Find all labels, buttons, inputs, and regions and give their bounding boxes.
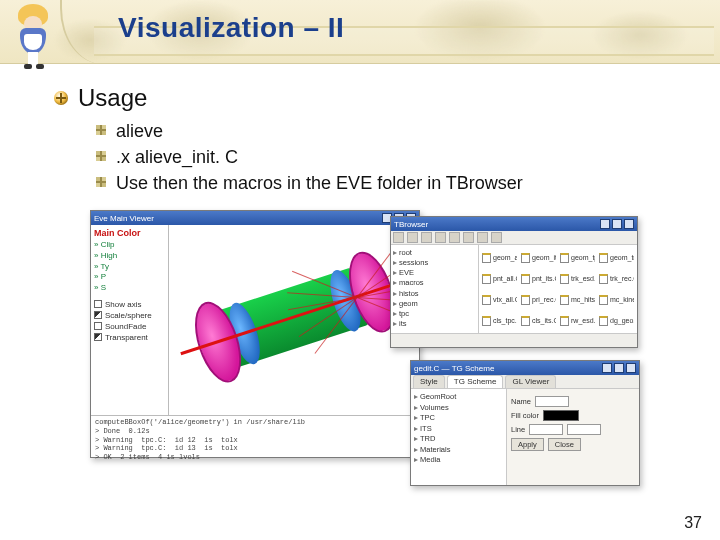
file-item[interactable]: geom_its.C	[521, 248, 556, 267]
screenshot-collage: Eve Main Viewer Main Color » Clip » High…	[90, 210, 650, 490]
field-label: Fill color	[511, 411, 539, 420]
tree-node[interactable]: TRD	[414, 434, 503, 445]
color-swatch[interactable]	[543, 410, 579, 421]
viewer-3d-canvas[interactable]	[169, 225, 419, 415]
panel-row[interactable]: » S	[94, 283, 165, 294]
window-title: Eve Main Viewer	[94, 214, 154, 223]
field-label: Line	[511, 425, 525, 434]
usage-item-text: alieve	[116, 118, 163, 144]
prop-line: Line	[511, 424, 635, 435]
window-style-editor: gedit.C — TG Scheme Style TG Scheme GL V…	[410, 360, 640, 486]
panel-row[interactable]: » Clip	[94, 240, 165, 251]
number-input[interactable]	[567, 424, 601, 435]
usage-heading: Usage	[78, 84, 147, 112]
tree-folder[interactable]: sessions	[393, 258, 476, 268]
checkbox-row[interactable]: Show axis	[94, 300, 165, 309]
editor-tree[interactable]: GeomRoot Volumes TPC ITS TRD Materials M…	[411, 389, 507, 485]
usage-item: .x alieve_init. C	[96, 144, 696, 170]
text-input[interactable]	[535, 396, 569, 407]
usage-item-text: Use then the macros in the EVE folder in…	[116, 170, 523, 196]
checkbox-row[interactable]: Scale/sphere	[94, 311, 165, 320]
browser-toolbar[interactable]	[391, 231, 637, 245]
number-input[interactable]	[529, 424, 563, 435]
slide-title: Visualization – II	[118, 12, 344, 44]
editor-tabs: Style TG Scheme GL Viewer	[411, 375, 639, 389]
page-number: 37	[684, 514, 702, 532]
editor-properties: Name Fill color Line Apply Close	[507, 389, 639, 485]
apply-button[interactable]: Apply	[511, 438, 544, 451]
tree-node[interactable]: Volumes	[414, 403, 503, 414]
window-controls[interactable]	[602, 363, 636, 373]
tree-folder[interactable]: EVE	[393, 268, 476, 278]
file-item[interactable]: trk_rec.C	[599, 269, 634, 288]
file-item[interactable]: pnt_its.C	[521, 269, 556, 288]
checkbox-row[interactable]: SoundFade	[94, 322, 165, 331]
prop-fillcolor: Fill color	[511, 410, 635, 421]
tree-node[interactable]: Materials	[414, 445, 503, 456]
checkbox-label: Transparent	[105, 333, 148, 342]
file-item[interactable]: pnt_all.C	[482, 269, 517, 288]
tree-node[interactable]: GeomRoot	[414, 392, 503, 403]
file-item[interactable]: pri_rec.C	[521, 290, 556, 309]
file-item[interactable]: dg_geo.C	[599, 311, 634, 330]
file-item[interactable]: cls_its.C	[521, 311, 556, 330]
detector-geometry-icon	[179, 235, 413, 405]
tree-folder[interactable]: geom	[393, 299, 476, 309]
window-eve-viewer: Eve Main Viewer Main Color » Clip » High…	[90, 210, 420, 458]
alice-mascot-icon	[10, 4, 62, 70]
titlebar: gedit.C — TG Scheme	[411, 361, 639, 375]
tab[interactable]: TG Scheme	[447, 375, 504, 388]
checkbox-row[interactable]: Transparent	[94, 333, 165, 342]
window-title: gedit.C — TG Scheme	[414, 364, 494, 373]
grid-bullet-icon	[96, 125, 106, 135]
checkbox-label: Scale/sphere	[105, 311, 152, 320]
titlebar: Eve Main Viewer	[91, 211, 419, 225]
viewer-console: computeBBoxOf('/alice/geometry') in /usr…	[91, 415, 419, 457]
file-item[interactable]: cls_tpc.C	[482, 311, 517, 330]
file-item[interactable]: rw_esd.C	[560, 311, 595, 330]
tree-folder[interactable]: macros	[393, 278, 476, 288]
titlebar: TBrowser	[391, 217, 637, 231]
file-item[interactable]: mc_hits.C	[560, 290, 595, 309]
close-button[interactable]: Close	[548, 438, 581, 451]
file-item[interactable]: geom_tpc.C	[560, 248, 595, 267]
panel-row[interactable]: » P	[94, 272, 165, 283]
window-title: TBrowser	[394, 220, 428, 229]
window-tbrowser: TBrowser root sessions EVE macros histos…	[390, 216, 638, 348]
usage-item-text: .x alieve_init. C	[116, 144, 238, 170]
file-item[interactable]: trk_esd.C	[560, 269, 595, 288]
file-item[interactable]: geom_all.C	[482, 248, 517, 267]
bullet-usage: Usage	[54, 84, 696, 112]
tree-node[interactable]: ITS	[414, 424, 503, 435]
panel-row[interactable]: » High	[94, 251, 165, 262]
browser-file-grid: geom_all.C geom_its.C geom_tpc.C geom_tr…	[479, 245, 637, 333]
field-label: Name	[511, 397, 531, 406]
slide-header: Visualization – II	[0, 0, 720, 64]
compass-bullet-icon	[54, 91, 68, 105]
tree-folder[interactable]: its	[393, 319, 476, 329]
tree-folder[interactable]: tpc	[393, 309, 476, 319]
grid-bullet-icon	[96, 177, 106, 187]
tab[interactable]: GL Viewer	[505, 375, 556, 388]
file-item[interactable]: mc_kine.C	[599, 290, 634, 309]
file-item[interactable]: vtx_all.C	[482, 290, 517, 309]
tree-node[interactable]: TPC	[414, 413, 503, 424]
checkbox-label: SoundFade	[105, 322, 146, 331]
panel-row[interactable]: » Ty	[94, 262, 165, 273]
browser-tree[interactable]: root sessions EVE macros histos geom tpc…	[391, 245, 479, 347]
tree-node[interactable]: Media	[414, 455, 503, 466]
checkbox-label: Show axis	[105, 300, 141, 309]
usage-item: Use then the macros in the EVE folder in…	[96, 170, 696, 196]
browser-statusbar	[391, 333, 637, 347]
usage-sublist: alieve .x alieve_init. C Use then the ma…	[96, 118, 696, 196]
file-item[interactable]: geom_trd.C	[599, 248, 634, 267]
usage-item: alieve	[96, 118, 696, 144]
grid-bullet-icon	[96, 151, 106, 161]
window-controls[interactable]	[600, 219, 634, 229]
tab[interactable]: Style	[413, 375, 445, 388]
prop-actions: Apply Close	[511, 438, 635, 451]
tree-folder[interactable]: histos	[393, 289, 476, 299]
viewer-side-panel: Main Color » Clip » High » Ty » P » S Sh…	[91, 225, 169, 415]
prop-name: Name	[511, 396, 635, 407]
tree-folder[interactable]: root	[393, 248, 476, 258]
